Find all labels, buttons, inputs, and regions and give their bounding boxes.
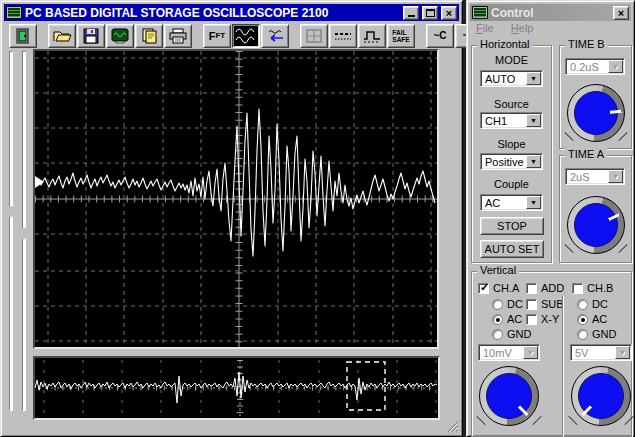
xy-checkbox-item[interactable]: X-Y (526, 313, 559, 325)
stop-button[interactable]: STOP (480, 217, 544, 235)
slope-label: Slope (472, 138, 551, 150)
menu-bar: File Help (471, 22, 630, 37)
cha-enable-checkbox-item[interactable]: CH.A (478, 282, 519, 294)
screen-capture-icon (111, 28, 129, 44)
open-folder-icon (53, 28, 72, 44)
blue-left-arrow-wave-icon (265, 28, 285, 44)
control-window-title: Control (491, 6, 610, 20)
printer-icon (169, 28, 187, 44)
chb-dc-radio-item[interactable]: DC (577, 298, 608, 310)
chb-checkbox[interactable] (572, 283, 583, 294)
cha-gnd-radio[interactable] (492, 329, 503, 340)
sub-checkbox[interactable] (526, 299, 537, 310)
close-button[interactable]: × (441, 6, 457, 20)
menu-help[interactable]: Help (511, 22, 534, 34)
pulse-button[interactable] (358, 24, 386, 48)
cha-gnd-radio-item[interactable]: GND (492, 328, 531, 340)
cha-ac-radio-item[interactable]: AC (492, 313, 522, 325)
auto-set-button[interactable]: AUTO SET (480, 240, 544, 258)
grid-toggle-button[interactable] (300, 24, 328, 48)
control-close-button[interactable]: × (613, 6, 629, 20)
control-scope-icon (472, 6, 488, 19)
grid-toggle-icon (305, 28, 323, 44)
chevron-down-icon[interactable]: ▼ (526, 114, 541, 127)
mode-combobox[interactable]: AUTO ▼ (480, 70, 543, 87)
source-label: Source (472, 98, 551, 110)
main-titlebar[interactable]: PC BASED DIGITAL STORAGE OSCILLOSCOPE 21… (4, 4, 459, 21)
control-titlebar[interactable]: Control × (470, 4, 631, 21)
floppy-disk-icon (83, 28, 99, 44)
couple-label: Couple (472, 178, 551, 190)
overview-waveform-trace (35, 372, 437, 403)
mode-label: MODE (472, 54, 551, 66)
time-b-group: TIME B 0.2uS ▼ (559, 45, 632, 149)
trigger-level-marker-icon[interactable] (35, 176, 44, 188)
position-slider-thumb-a[interactable] (5, 206, 17, 217)
add-checkbox[interactable] (526, 283, 537, 294)
position-slider-thumb-b[interactable] (18, 228, 30, 239)
time-a-combobox[interactable]: 2uS ▼ (565, 168, 625, 185)
notes-copy-icon (141, 27, 158, 44)
time-b-group-label: TIME B (565, 38, 608, 50)
chb-gnd-radio[interactable] (577, 329, 588, 340)
toolbar: FFT FAILSAFE ~C ~A 1:1 10:1 (4, 22, 459, 49)
cha-dc-radio-item[interactable]: DC (492, 298, 523, 310)
print-button[interactable] (164, 24, 192, 48)
horizontal-group-label: Horizontal (477, 38, 533, 50)
menu-file[interactable]: File (476, 22, 494, 34)
app-scope-icon (6, 6, 22, 19)
chb-ac-radio[interactable] (577, 314, 588, 325)
sine-wave-icon (234, 26, 258, 46)
main-window-title: PC BASED DIGITAL STORAGE OSCILLOSCOPE 21… (25, 6, 400, 20)
cha-volts-knob[interactable] (479, 366, 539, 426)
chb-gnd-radio-item[interactable]: GND (577, 328, 616, 340)
add-checkbox-item[interactable]: ADD (526, 282, 564, 294)
exit-button[interactable] (9, 24, 37, 48)
open-button[interactable] (48, 24, 76, 48)
control-panel-window: Control × File Help Horizontal MODE AUTO… (466, 0, 635, 437)
chb-volts-combobox[interactable]: 5V ▼ (570, 344, 632, 361)
chevron-down-icon[interactable]: ▼ (526, 196, 541, 209)
exit-door-icon (14, 27, 32, 45)
maximize-button[interactable] (422, 6, 438, 20)
chb-ac-radio-item[interactable]: AC (577, 313, 607, 325)
time-a-knob[interactable] (567, 196, 625, 254)
time-a-group: TIME A 2uS ▼ (559, 155, 632, 263)
dotted-line-button[interactable] (329, 24, 357, 48)
capture-button[interactable] (106, 24, 134, 48)
undo-wave-button[interactable] (261, 24, 289, 48)
slope-combobox[interactable]: Positive ▼ (480, 153, 543, 170)
chevron-down-icon: ▼ (608, 60, 623, 73)
position-slider-track-a[interactable] (9, 51, 13, 411)
vertical-divider (562, 296, 564, 437)
save-button[interactable] (77, 24, 105, 48)
cha-checkbox[interactable] (478, 283, 489, 294)
chevron-down-icon: ▼ (523, 346, 538, 359)
overview-scope-display[interactable] (33, 356, 440, 420)
notes-button[interactable] (135, 24, 163, 48)
couple-combobox[interactable]: AC ▼ (480, 194, 543, 211)
cha-dc-radio[interactable] (492, 299, 503, 310)
chevron-down-icon[interactable]: ▼ (526, 155, 541, 168)
xy-checkbox[interactable] (526, 314, 537, 325)
resize-grip-icon[interactable] (445, 419, 459, 433)
cha-volts-combobox[interactable]: 10mV ▼ (478, 344, 540, 361)
source-combobox[interactable]: CH1 ▼ (480, 112, 543, 129)
chb-volts-knob[interactable] (571, 366, 631, 426)
oscilloscope-window: PC BASED DIGITAL STORAGE OSCILLOSCOPE 21… (0, 0, 463, 437)
fft-button[interactable]: FFT (203, 24, 231, 48)
time-b-combobox[interactable]: 0.2uS ▼ (565, 58, 625, 75)
horizontal-group: Horizontal MODE AUTO ▼ Source CH1 ▼ Slop… (471, 45, 552, 263)
fail-safe-button[interactable]: FAILSAFE (387, 24, 415, 48)
minimize-button[interactable] (403, 6, 419, 20)
main-scope-display[interactable] (33, 49, 439, 349)
time-b-knob[interactable] (567, 84, 625, 142)
chb-enable-checkbox-item[interactable]: CH.B (572, 282, 613, 294)
sub-checkbox-item[interactable]: SUB (526, 298, 564, 310)
cha-ac-radio[interactable] (492, 314, 503, 325)
chb-dc-radio[interactable] (577, 299, 588, 310)
chevron-down-icon[interactable]: ▼ (526, 72, 541, 85)
waveform-display-button[interactable] (232, 24, 260, 48)
celsius-button[interactable]: ~C (426, 24, 454, 48)
dotted-line-icon (333, 29, 353, 43)
